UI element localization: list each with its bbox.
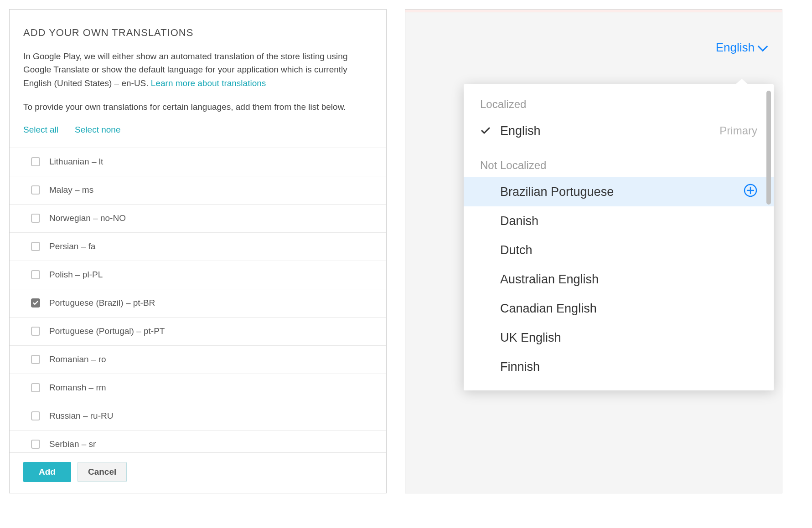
language-row[interactable]: Serbian – sr — [10, 431, 386, 452]
not-localized-language-item[interactable]: Brazilian Portuguese — [464, 177, 774, 206]
language-label: Persian – fa — [49, 241, 95, 251]
select-all-button[interactable]: Select all — [23, 125, 58, 135]
language-checkbox[interactable] — [31, 327, 40, 336]
language-checkbox[interactable] — [31, 383, 40, 392]
language-row[interactable]: Portuguese (Portugal) – pt-PT — [10, 318, 386, 346]
chevron-down-icon — [758, 41, 768, 51]
add-icon[interactable] — [744, 184, 757, 200]
language-checkbox[interactable] — [31, 242, 40, 251]
language-row[interactable]: Norwegian – no-NO — [10, 205, 386, 233]
check-icon — [32, 300, 39, 306]
error-bar — [405, 10, 782, 12]
language-dropdown-toggle[interactable]: English — [716, 41, 766, 55]
not-localized-list: Brazilian PortugueseDanishDutchAustralia… — [464, 177, 774, 381]
cancel-button[interactable]: Cancel — [78, 462, 127, 482]
dialog-description: In Google Play, we will either show an a… — [23, 50, 372, 90]
dialog-footer: Add Cancel — [10, 452, 386, 493]
add-button[interactable]: Add — [23, 462, 71, 482]
language-name: Australian English — [500, 272, 757, 287]
language-name: Danish — [500, 214, 757, 228]
localized-language-item[interactable]: EnglishPrimary — [464, 116, 774, 145]
language-row[interactable]: Persian – fa — [10, 233, 386, 261]
current-language-label: English — [716, 41, 755, 55]
language-row[interactable]: Portuguese (Brazil) – pt-BR — [10, 289, 386, 318]
language-name: Canadian English — [500, 302, 757, 316]
language-label: Portuguese (Brazil) – pt-BR — [49, 298, 155, 308]
not-localized-language-item[interactable]: Dutch — [464, 236, 774, 265]
language-label: Norwegian – no-NO — [49, 213, 126, 223]
language-checkbox[interactable] — [31, 440, 40, 449]
selection-controls: Select all Select none — [23, 125, 372, 135]
language-row[interactable]: Malay – ms — [10, 176, 386, 205]
language-checkbox[interactable] — [31, 214, 40, 223]
not-localized-language-item[interactable]: Danish — [464, 206, 774, 236]
language-checkbox[interactable] — [31, 355, 40, 364]
language-label: Polish – pl-PL — [49, 270, 103, 280]
localized-list: EnglishPrimary — [464, 116, 774, 145]
language-label: Romanian – ro — [49, 354, 106, 364]
dialog-subdescription: To provide your own translations for cer… — [23, 101, 372, 114]
language-checkbox[interactable] — [31, 411, 40, 420]
language-row[interactable]: Russian – ru-RU — [10, 402, 386, 431]
language-label: Lithuanian – lt — [49, 157, 103, 167]
dropdown-arrow — [734, 79, 749, 85]
dialog-header: ADD YOUR OWN TRANSLATIONS In Google Play… — [10, 10, 386, 148]
language-label: Portuguese (Portugal) – pt-PT — [49, 326, 165, 336]
language-row[interactable]: Romanian – ro — [10, 346, 386, 374]
not-localized-language-item[interactable]: Australian English — [464, 265, 774, 294]
google-play-translations-dialog: ADD YOUR OWN TRANSLATIONS In Google Play… — [9, 9, 387, 493]
not-localized-language-item[interactable]: Canadian English — [464, 294, 774, 323]
primary-badge: Primary — [719, 124, 757, 137]
not-localized-language-item[interactable]: Finnish — [464, 352, 774, 381]
language-row[interactable]: Romansh – rm — [10, 374, 386, 402]
dialog-title: ADD YOUR OWN TRANSLATIONS — [23, 27, 372, 39]
check-icon — [480, 125, 500, 136]
language-checkbox[interactable] — [31, 185, 40, 195]
language-name: Finnish — [500, 360, 757, 374]
not-localized-language-item[interactable]: UK English — [464, 323, 774, 352]
language-list[interactable]: Lithuanian – ltMalay – msNorwegian – no-… — [10, 148, 386, 452]
language-label: Malay – ms — [49, 185, 93, 195]
apple-language-panel: English Localized EnglishPrimary Not Loc… — [405, 9, 782, 493]
language-dropdown-menu: Localized EnglishPrimary Not Localized B… — [464, 84, 774, 390]
localized-section-header: Localized — [464, 84, 774, 116]
language-row[interactable]: Polish – pl-PL — [10, 261, 386, 289]
language-name: English — [500, 124, 719, 138]
language-label: Romansh – rm — [49, 383, 106, 393]
language-name: UK English — [500, 331, 757, 345]
language-label: Serbian – sr — [49, 439, 96, 449]
language-label: Russian – ru-RU — [49, 411, 113, 421]
select-none-button[interactable]: Select none — [75, 125, 120, 135]
language-name: Dutch — [500, 243, 757, 257]
language-name: Brazilian Portuguese — [500, 185, 744, 199]
not-localized-section-header: Not Localized — [464, 145, 774, 177]
scrollbar[interactable] — [766, 91, 771, 205]
language-checkbox[interactable] — [31, 298, 40, 308]
language-checkbox[interactable] — [31, 270, 40, 279]
language-row[interactable]: Lithuanian – lt — [10, 148, 386, 176]
language-checkbox[interactable] — [31, 157, 40, 166]
learn-more-link[interactable]: Learn more about translations — [151, 78, 266, 88]
